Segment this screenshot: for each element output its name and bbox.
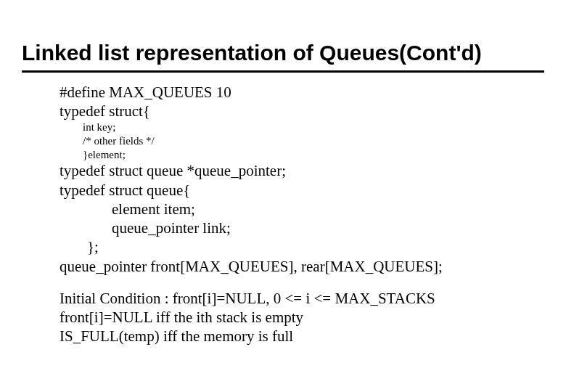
code-line-queue-pointer: typedef struct queue *queue_pointer; — [60, 161, 544, 180]
code-line-other-fields: /* other fields */ — [83, 134, 544, 148]
code-line-element-close: }element; — [83, 148, 544, 162]
slide-title: Linked list representation of Queues(Con… — [22, 41, 544, 70]
code-line-typedef-struct: typedef struct{ — [60, 102, 544, 121]
code-line-link: queue_pointer link; — [60, 219, 544, 237]
note-initial-condition: Initial Condition : front[i]=NULL, 0 <= … — [60, 289, 544, 308]
note-is-full: IS_FULL(temp) iff the memory is full — [60, 327, 544, 346]
code-line-typedef-queue: typedef struct queue{ — [60, 181, 544, 200]
note-front-null: front[i]=NULL iff the ith stack is empty — [60, 308, 544, 327]
code-line-int-key: int key; — [83, 121, 544, 134]
slide: Linked list representation of Queues(Con… — [0, 0, 566, 392]
code-line-struct-close: }; — [60, 237, 544, 256]
code-line-define: #define MAX_QUEUES 10 — [60, 83, 544, 102]
notes-block: Initial Condition : front[i]=NULL, 0 <= … — [60, 289, 544, 346]
slide-body: #define MAX_QUEUES 10 typedef struct{ in… — [22, 83, 544, 346]
title-underline — [22, 70, 544, 73]
code-line-arrays: queue_pointer front[MAX_QUEUES], rear[MA… — [60, 257, 544, 276]
code-line-item: element item; — [60, 200, 544, 219]
code-block-element-fields: int key; /* other fields */ }element; — [60, 121, 544, 161]
